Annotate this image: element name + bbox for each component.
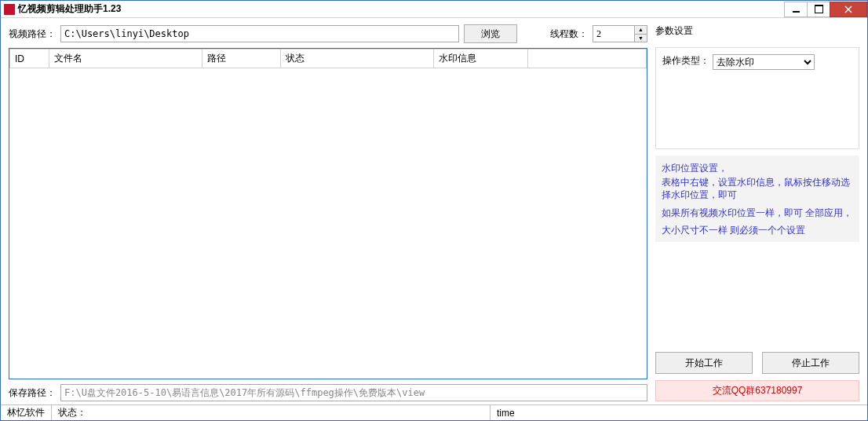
table-empty xyxy=(10,68,647,367)
col-filename[interactable]: 文件名 xyxy=(49,49,202,68)
params-title: 参数设置 xyxy=(655,24,859,38)
app-icon xyxy=(4,4,15,15)
op-type-select[interactable]: 去除水印 xyxy=(713,54,815,70)
col-path[interactable]: 路径 xyxy=(202,49,281,68)
close-button[interactable] xyxy=(830,2,867,17)
statusbar: 林忆软件 状态： time xyxy=(1,405,867,420)
col-status[interactable]: 状态 xyxy=(281,49,434,68)
minimize-button[interactable] xyxy=(784,2,808,17)
thread-count-input[interactable] xyxy=(593,25,635,42)
save-path-label: 保存路径： xyxy=(9,386,56,400)
video-path-label: 视频路径： xyxy=(9,27,56,41)
hint-line: 水印位置设置， xyxy=(662,162,853,174)
status-state: 状态： xyxy=(52,405,491,420)
file-table[interactable]: ID 文件名 路径 状态 水印信息 xyxy=(9,48,647,379)
maximize-button[interactable] xyxy=(807,2,830,17)
spinner-down-icon[interactable]: ▼ xyxy=(635,34,647,43)
hints-panel: 水印位置设置， 表格中右键，设置水印信息，鼠标按住移动选择水印位置，即可 如果所… xyxy=(655,156,859,242)
start-button[interactable]: 开始工作 xyxy=(655,352,753,374)
status-brand: 林忆软件 xyxy=(1,405,52,420)
titlebar: 忆视频剪辑处理助手1.23 xyxy=(1,1,867,18)
video-path-input[interactable] xyxy=(60,25,459,42)
status-time: time xyxy=(491,405,867,420)
thread-count-spinner[interactable]: ▲ ▼ xyxy=(593,25,647,42)
params-panel: 操作类型： 去除水印 xyxy=(655,47,859,149)
hint-line: 大小尺寸不一样 则必须一个个设置 xyxy=(662,224,853,236)
hint-line: 表格中右键，设置水印信息，鼠标按住移动选择水印位置，即可 xyxy=(662,176,853,201)
stop-button[interactable]: 停止工作 xyxy=(762,352,859,374)
window-title: 忆视频剪辑处理助手1.23 xyxy=(18,2,785,16)
thread-count-label: 线程数： xyxy=(550,27,588,41)
col-id[interactable]: ID xyxy=(10,49,49,68)
op-type-label: 操作类型： xyxy=(662,54,709,68)
spinner-up-icon[interactable]: ▲ xyxy=(635,25,647,34)
save-path-input[interactable] xyxy=(60,384,647,401)
browse-button[interactable]: 浏览 xyxy=(464,24,517,43)
col-watermark[interactable]: 水印信息 xyxy=(434,49,528,68)
qq-group-box: 交流QQ群637180997 xyxy=(655,380,859,401)
hint-line: 如果所有视频水印位置一样，即可 全部应用， xyxy=(662,207,853,219)
col-extra[interactable] xyxy=(528,49,647,68)
app-window: 忆视频剪辑处理助手1.23 视频路径： 浏览 线程数： ▲ ▼ xyxy=(0,0,868,421)
